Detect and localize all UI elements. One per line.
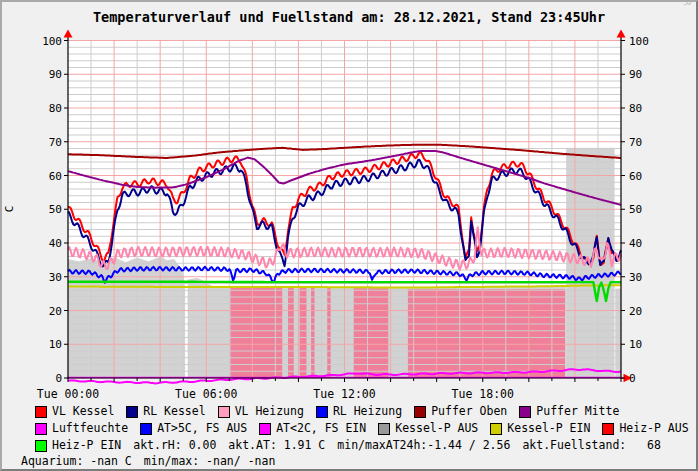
legend-label: Heiz-P AUS xyxy=(619,422,688,435)
legend-label: Heiz-P EIN xyxy=(52,439,121,452)
y-axis-label: C xyxy=(3,206,16,213)
legend-item: RL Kessel xyxy=(126,405,205,418)
legend-row: VL KesselRL KesselVL HeizungRL HeizungPu… xyxy=(35,405,619,418)
legend-label: RL Heizung xyxy=(333,405,402,418)
y-tick-label-right: 90 xyxy=(629,68,642,81)
legend-swatch xyxy=(35,423,47,435)
arrow-up-right xyxy=(617,30,626,38)
y-tick-label-right: 0 xyxy=(629,372,636,385)
legend-label: Kessel-P EIN xyxy=(507,422,590,435)
legend-swatch xyxy=(316,406,328,418)
legend-label: Puffer Mitte xyxy=(536,405,619,418)
x-tick-label: Tue 06:00 xyxy=(175,387,237,401)
legend-item: Heiz-P AUS xyxy=(602,422,688,435)
legend-item: AT<2C, FS EIN xyxy=(259,422,366,435)
legend-label: Kessel-P AUS xyxy=(395,422,478,435)
legend-label: akt.AT: 1.91 C xyxy=(228,439,325,452)
y-tick-label-right: 10 xyxy=(629,338,642,351)
y-tick-label-right: 80 xyxy=(629,102,642,115)
legend-label: akt.Fuellstand: 68 xyxy=(522,439,660,452)
legend-text: Aquarium: -nan C xyxy=(21,455,132,468)
legend-swatch xyxy=(35,440,47,452)
legend-item: AT>5C, FS AUS xyxy=(140,422,247,435)
legend-row: Aquarium: -nan Cmin/max: -nan/ -nan xyxy=(21,455,275,468)
legend-swatch xyxy=(414,406,426,418)
chart-plot-area: 0010102020303040405050606070708080909010… xyxy=(2,2,698,402)
legend-text: akt.AT: 1.91 C xyxy=(228,439,325,452)
legend-item: RL Heizung xyxy=(316,405,402,418)
legend-item: Kessel-P AUS xyxy=(378,422,478,435)
legend-label: VL Kessel xyxy=(52,405,114,418)
y-tick-label-left: 60 xyxy=(49,170,62,183)
y-tick-label-right: 100 xyxy=(629,35,649,48)
x-tick-label: Tue 00:00 xyxy=(37,387,99,401)
legend-row: LuftfeuchteAT>5C, FS AUSAT<2C, FS EINKes… xyxy=(35,422,689,435)
legend-swatch xyxy=(519,406,531,418)
legend-item: Puffer Mitte xyxy=(519,405,619,418)
legend-swatch xyxy=(378,423,390,435)
legend-text: min/max: -nan/ -nan xyxy=(144,455,276,468)
legend-swatch xyxy=(218,406,230,418)
legend-label: RL Kessel xyxy=(143,405,205,418)
area-kessel-p-aus-extra xyxy=(188,278,216,378)
legend-label: AT>5C, FS AUS xyxy=(157,422,247,435)
arrow-up-left xyxy=(64,30,73,38)
y-tick-label-left: 70 xyxy=(49,136,62,149)
y-tick-label-right: 70 xyxy=(629,136,642,149)
legend-item: Kessel-P EIN xyxy=(490,422,590,435)
y-tick-label-left: 90 xyxy=(49,68,62,81)
legend-label: VL Heizung xyxy=(235,405,304,418)
y-tick-label-right: 20 xyxy=(629,305,642,318)
y-tick-label-right: 30 xyxy=(629,271,642,284)
legend-item: Puffer Oben xyxy=(414,405,507,418)
y-tick-label-left: 50 xyxy=(49,203,62,216)
legend-label: akt.rH: 0.00 xyxy=(133,439,216,452)
legend-swatch xyxy=(126,406,138,418)
y-tick-label-left: 0 xyxy=(55,372,62,385)
legend-swatch xyxy=(602,423,614,435)
x-tick-label: Tue 18:00 xyxy=(452,387,514,401)
legend-text: min/maxAT24h:-1.44 / 2.56 xyxy=(337,439,510,452)
legend-row: Heiz-P EINakt.rH: 0.00akt.AT: 1.91 Cmin/… xyxy=(35,439,661,452)
y-tick-label-left: 30 xyxy=(49,271,62,284)
legend-text: akt.Fuellstand: 68 xyxy=(522,439,660,452)
legend-swatch xyxy=(259,423,271,435)
legend-swatch xyxy=(490,423,502,435)
legend-item: Luftfeuchte xyxy=(35,422,128,435)
legend-label: Puffer Oben xyxy=(431,405,507,418)
legend-item: VL Heizung xyxy=(218,405,304,418)
legend-label: min/max: -nan/ -nan xyxy=(144,455,276,468)
legend-label: AT<2C, FS EIN xyxy=(276,422,366,435)
legend-item: Heiz-P EIN xyxy=(35,439,121,452)
legend-label: min/maxAT24h:-1.44 / 2.56 xyxy=(337,439,510,452)
legend-label: Aquarium: -nan C xyxy=(21,455,132,468)
legend-item: VL Kessel xyxy=(35,405,114,418)
y-tick-label-left: 20 xyxy=(49,305,62,318)
y-tick-label-left: 10 xyxy=(49,338,62,351)
y-tick-label-right: 50 xyxy=(629,203,642,216)
rrdtool-watermark: RRDTOOL / TOBI OETIKER xyxy=(682,0,692,7)
y-tick-label-left: 80 xyxy=(49,102,62,115)
y-tick-label-right: 40 xyxy=(629,237,642,250)
x-tick-label: Tue 12:00 xyxy=(313,387,375,401)
y-tick-label-left: 100 xyxy=(42,35,62,48)
y-tick-label-right: 60 xyxy=(629,170,642,183)
y-tick-label-left: 40 xyxy=(49,237,62,250)
legend-text: akt.rH: 0.00 xyxy=(133,439,216,452)
legend-swatch xyxy=(140,423,152,435)
legend-swatch xyxy=(35,406,47,418)
legend-label: Luftfeuchte xyxy=(52,422,128,435)
rrdtool-graph-image: Temperaturverlauf und Fuellstand am: 28.… xyxy=(0,0,698,471)
